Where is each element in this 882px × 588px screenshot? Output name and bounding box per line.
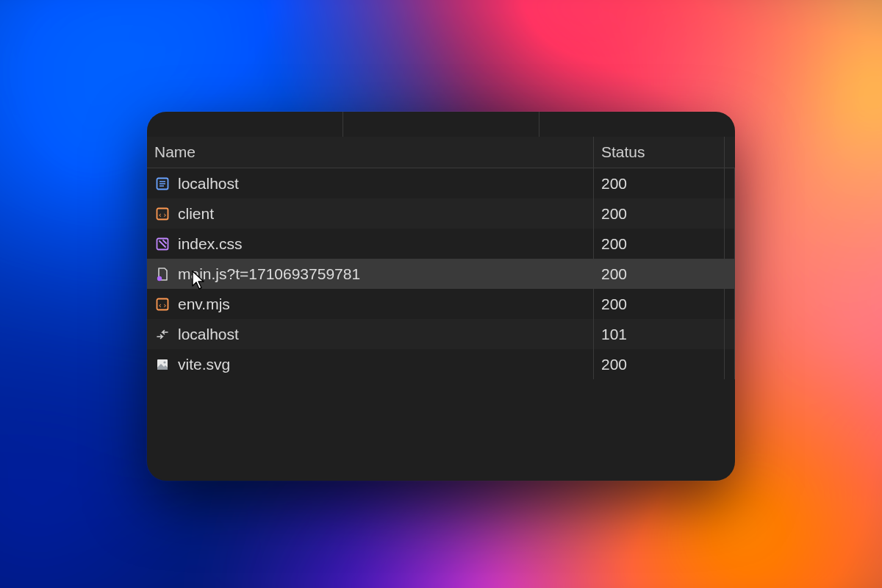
request-name: vite.svg	[178, 356, 230, 373]
request-extra	[725, 319, 735, 349]
request-name: client	[178, 205, 214, 223]
table-row[interactable]: ‹› client 200	[147, 198, 735, 229]
request-status: 200	[594, 229, 725, 259]
request-status: 200	[594, 349, 725, 379]
network-request-table: Name Status localhost	[147, 137, 735, 481]
request-status: 200	[594, 198, 725, 229]
request-status: 200	[594, 289, 725, 319]
websocket-icon	[154, 326, 171, 343]
column-header-status[interactable]: Status	[594, 137, 725, 168]
request-name: index.css	[178, 235, 243, 253]
table-row[interactable]: ‹› env.mjs 200	[147, 289, 735, 319]
request-name: localhost	[178, 175, 239, 193]
table-body: localhost 200 ‹› client 200	[147, 168, 735, 379]
js-module-icon	[154, 266, 171, 282]
script-icon: ‹›	[154, 296, 171, 312]
request-extra	[725, 229, 735, 259]
document-icon	[154, 176, 171, 192]
table-row[interactable]: localhost 101	[147, 319, 735, 349]
panel-tab-strip	[147, 112, 735, 137]
table-row[interactable]: index.css 200	[147, 229, 735, 259]
request-status: 200	[594, 259, 725, 289]
panel-tab[interactable]	[343, 112, 539, 137]
request-name: localhost	[178, 326, 239, 343]
request-extra	[725, 168, 735, 198]
svg-text:‹›: ‹›	[157, 300, 167, 309]
request-status: 101	[594, 319, 725, 349]
request-extra	[725, 259, 735, 289]
devtools-network-panel: Name Status localhost	[147, 112, 735, 481]
request-name: main.js?t=1710693759781	[178, 265, 360, 283]
svg-point-11	[163, 361, 165, 363]
request-extra	[725, 289, 735, 319]
request-extra	[725, 349, 735, 379]
stylesheet-icon	[154, 236, 171, 252]
request-status: 200	[594, 168, 725, 198]
request-extra	[725, 198, 735, 229]
table-row[interactable]: localhost 200	[147, 168, 735, 198]
svg-text:‹›: ‹›	[157, 209, 167, 219]
script-icon: ‹›	[154, 206, 171, 222]
table-header-row: Name Status	[147, 137, 735, 168]
table-row[interactable]: vite.svg 200	[147, 349, 735, 379]
table-row[interactable]: main.js?t=1710693759781 200	[147, 259, 735, 289]
panel-tab[interactable]	[147, 112, 343, 137]
panel-tab[interactable]	[539, 112, 735, 137]
svg-point-7	[157, 276, 162, 280]
column-header-next[interactable]	[725, 137, 735, 168]
request-name: env.mjs	[178, 295, 230, 313]
image-icon	[154, 356, 171, 373]
column-header-name[interactable]: Name	[147, 137, 594, 168]
